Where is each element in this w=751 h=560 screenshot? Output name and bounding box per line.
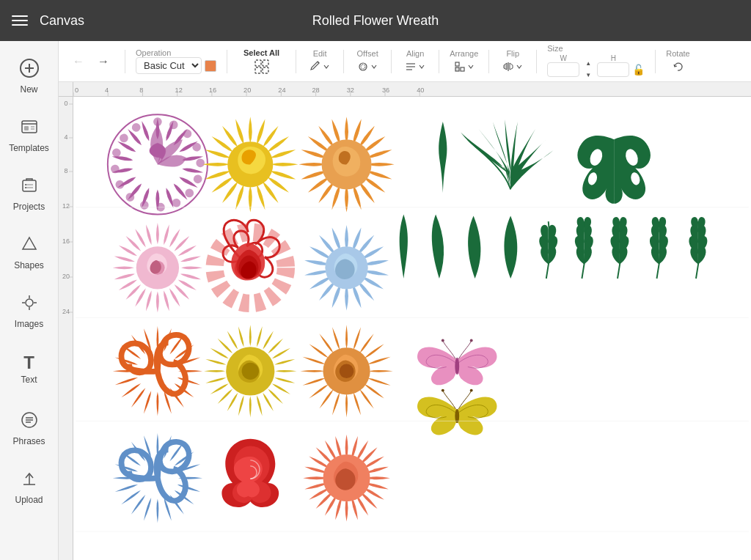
images-icon	[19, 292, 40, 316]
divider-1	[125, 50, 125, 73]
rotate-label: Rotate	[666, 49, 689, 58]
menu-button[interactable]	[12, 15, 28, 26]
select-all-button[interactable]: Select All	[238, 45, 285, 78]
svg-text:40: 40	[417, 86, 424, 94]
svg-point-115	[470, 389, 473, 392]
shapes-icon	[19, 234, 40, 257]
svg-rect-27	[263, 67, 268, 73]
sidebar-item-new-label: New	[20, 84, 37, 95]
sidebar-item-new[interactable]: New	[0, 47, 59, 106]
align-dropdown-icon	[418, 63, 425, 70]
offset-dropdown-icon	[370, 63, 378, 70]
rotate-button[interactable]	[669, 59, 686, 74]
divider-8	[536, 50, 537, 73]
operation-select[interactable]: Basic Cut	[136, 57, 202, 74]
offset-icon	[357, 61, 369, 73]
arrange-group: Arrange	[450, 49, 478, 74]
offset-group: Offset	[354, 49, 381, 74]
flip-icon	[502, 61, 514, 73]
sidebar-item-shapes[interactable]: Shapes	[0, 223, 59, 281]
shape-orange-coral[interactable]	[303, 435, 390, 522]
ruler-v-svg: 0 4 8 12 16 20 24	[59, 97, 73, 560]
svg-text:20: 20	[62, 273, 70, 280]
svg-point-11	[25, 187, 26, 188]
arrange-button[interactable]	[451, 59, 477, 74]
svg-rect-63	[59, 97, 73, 560]
header: Canvas Rolled Flower Wreath	[0, 0, 751, 41]
lock-icon[interactable]: 🔓	[632, 56, 645, 75]
sidebar-item-images-label: Images	[15, 319, 43, 329]
svg-rect-34	[455, 62, 459, 66]
divider-5	[391, 50, 392, 73]
arrange-icon	[454, 61, 466, 73]
svg-point-109	[340, 364, 353, 378]
arrange-dropdown-icon	[467, 63, 475, 70]
sidebar-item-text[interactable]: T Text	[0, 340, 59, 399]
svg-point-10	[25, 184, 26, 185]
canvas-svg	[73, 97, 751, 560]
sidebar-item-shapes-label: Shapes	[14, 260, 44, 270]
svg-text:16: 16	[62, 237, 70, 245]
sidebar-item-phrases[interactable]: Phrases	[0, 399, 59, 457]
edit-dropdown-icon	[323, 63, 330, 70]
ruler-top-row: 0 4 8 12 16 20 24	[59, 82, 751, 97]
svg-text:8: 8	[139, 86, 143, 94]
sidebar-item-upload-label: Upload	[15, 495, 43, 505]
size-up-button[interactable]: ▲	[582, 60, 594, 67]
edit-button[interactable]	[307, 59, 333, 74]
svg-text:16: 16	[209, 86, 216, 94]
sidebar: New Templates	[0, 41, 59, 560]
flip-button[interactable]	[499, 59, 526, 74]
operation-color-swatch	[205, 60, 216, 72]
sidebar-item-text-label: Text	[21, 375, 37, 385]
operation-label: Operation	[136, 48, 216, 57]
divider-7	[488, 50, 489, 73]
size-h-input[interactable]	[597, 62, 629, 77]
svg-point-80	[153, 117, 162, 126]
canvas-scroll[interactable]	[73, 97, 751, 560]
svg-rect-36	[455, 67, 459, 71]
size-group: Size W ▲ ▼ H 🔓	[547, 44, 645, 79]
toolbar: ← → Operation Basic Cut Select All	[59, 41, 751, 82]
sidebar-item-templates[interactable]: Templates	[0, 106, 59, 164]
align-icon	[405, 61, 417, 73]
svg-text:0: 0	[75, 86, 78, 94]
undo-button[interactable]: ←	[67, 51, 89, 73]
sidebar-item-images[interactable]: Images	[0, 281, 59, 340]
divider-3	[296, 50, 296, 73]
size-h-label: H	[611, 54, 616, 62]
edit-icon	[309, 61, 321, 73]
size-w-label: W	[560, 54, 567, 62]
edit-group: Edit	[307, 49, 333, 74]
svg-point-30	[361, 65, 365, 69]
sidebar-item-projects-label: Projects	[13, 202, 45, 212]
shape-yellow-detailed[interactable]	[204, 325, 296, 417]
shape-red-rose2[interactable]	[221, 439, 279, 507]
sidebar-item-projects[interactable]: Projects	[0, 164, 59, 223]
svg-rect-26	[255, 67, 261, 73]
svg-point-110	[455, 358, 459, 375]
svg-rect-24	[255, 60, 261, 66]
rotate-icon	[672, 61, 684, 73]
shape-pink-mandala[interactable]	[113, 223, 203, 313]
svg-text:8: 8	[64, 167, 67, 174]
undo-redo-group: ← →	[67, 51, 114, 73]
ruler-h-svg: 0 4 8 12 16 20 24	[73, 82, 751, 97]
align-button[interactable]	[402, 59, 428, 74]
divider-2	[227, 50, 227, 73]
canvas-main: 0 4 8 12 16 20 24	[59, 97, 751, 560]
sidebar-item-upload[interactable]: Upload	[0, 457, 59, 516]
svg-marker-12	[23, 237, 36, 249]
redo-button[interactable]: →	[92, 51, 114, 73]
size-w-input[interactable]	[547, 62, 579, 77]
vertical-ruler: 0 4 8 12 16 20 24	[59, 97, 73, 560]
flip-label: Flip	[506, 49, 519, 58]
svg-text:24: 24	[62, 308, 70, 315]
size-down-button[interactable]: ▼	[582, 72, 594, 79]
svg-line-28	[318, 62, 319, 63]
align-group: Align	[402, 49, 428, 74]
svg-text:0: 0	[64, 100, 67, 107]
flip-dropdown-icon	[516, 63, 523, 70]
svg-marker-38	[504, 63, 507, 70]
offset-button[interactable]	[354, 59, 381, 74]
